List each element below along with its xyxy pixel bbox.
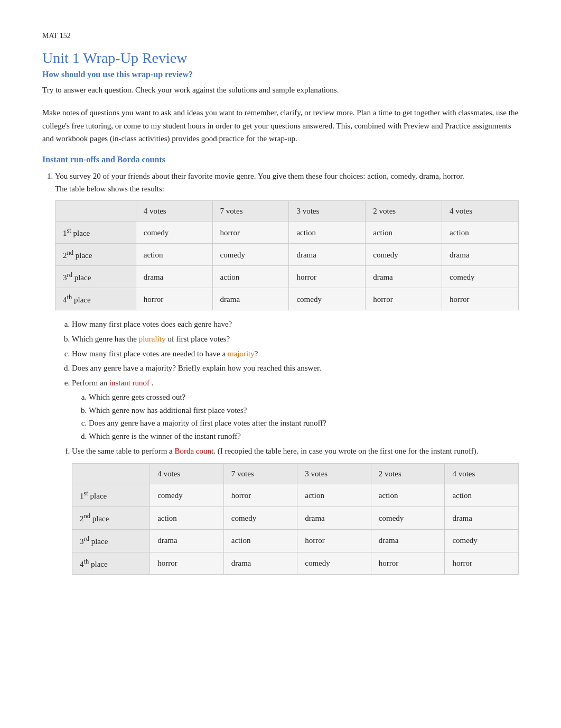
table-cell: drama [297,507,371,530]
question-d: Does any genre have a majority? Briefly … [72,362,519,375]
question-a: How many first place votes does each gen… [72,318,519,331]
table-header-cell: 4 votes [150,463,224,484]
table-cell: comedy [223,507,297,530]
table-header-cell: 2 votes [371,463,445,484]
table-cell: action [442,222,519,244]
table-cell: 2nd place [72,507,150,530]
table-cell: horror [297,529,371,552]
table-cell: comedy [366,244,442,266]
table-cell: comedy [371,507,445,530]
table-header-cell: 2 votes [366,201,442,222]
main-title: Unit 1 Wrap-Up Review [42,50,519,67]
table-cell: 1st place [55,222,136,244]
table-cell: drama [212,288,289,310]
table-cell: action [371,484,445,507]
table-cell: drama [136,266,212,288]
table-cell: action [289,222,366,244]
table-header-cell: 3 votes [297,463,371,484]
plurality-highlight: plurality [139,335,166,343]
table-cell: comedy [289,288,366,310]
table-cell: horror [442,288,519,310]
sub-e-d: Which genre is the winner of the instant… [89,430,519,443]
majority-highlight: majority [228,349,255,358]
table-cell: 3rd place [55,266,136,288]
table-cell: comedy [136,222,212,244]
table-cell: action [150,507,224,530]
table-cell: drama [442,244,519,266]
table-cell: horror [289,266,366,288]
question-list: You survey 20 of your friends about thei… [55,170,519,575]
table-header-cell: 4 votes [136,201,212,222]
table-header-cell: 7 votes [212,201,289,222]
table-cell: comedy [212,244,289,266]
table-row: 3rd placedramaactionhorrordramacomedy [55,266,519,288]
table-row: 3rd placedramaactionhorrordramacomedy [72,529,519,552]
table-cell: comedy [442,266,519,288]
vote-table-1: 4 votes7 votes3 votes2 votes4 votes1st p… [55,200,519,310]
table-cell: action [136,244,212,266]
intro-paragraph-2: Make notes of questions you want to ask … [42,106,519,145]
alpha-questions: How many first place votes does each gen… [72,318,519,575]
sub-e-a: Which genre gets crossed out? [89,391,519,404]
table-header-cell: 4 votes [442,201,519,222]
table-cell: horror [445,552,519,575]
sub-e-b: Which genre now has additional first pla… [89,404,519,417]
table-cell: action [445,484,519,507]
table-cell: drama [223,552,297,575]
table-cell: action [212,266,289,288]
intro-paragraph-1: Try to answer each question. Check your … [42,84,519,97]
table-row: 2nd placeactioncomedydramacomedydrama [55,244,519,266]
question-b: Which genre has the plurality of first p… [72,333,519,346]
table-cell: 1st place [72,484,150,507]
table-cell: horror [366,288,442,310]
instant-runof-highlight: instant runof [109,379,149,387]
table-header-cell: 3 votes [289,201,366,222]
table-cell: comedy [445,529,519,552]
sub-e-list: Which genre gets crossed out? Which genr… [89,391,519,443]
table-cell: horror [212,222,289,244]
table1-note: The table below shows the results: [55,185,164,193]
question1-preamble: You survey 20 of your friends about thei… [55,172,464,180]
question-e: Perform an instant runof . Which genre g… [72,376,519,443]
table-row: 2nd placeactioncomedydramacomedydrama [72,507,519,530]
table-cell: 2nd place [55,244,136,266]
table-cell: horror [150,552,224,575]
table-cell: comedy [150,484,224,507]
borda-count-highlight: Borda count [175,447,214,455]
table-cell: drama [289,244,366,266]
course-label: MAT 152 [42,32,519,40]
table-header-cell [55,201,136,222]
table-row: 1st placecomedyhorroractionactionaction [72,484,519,507]
table-cell: drama [366,266,442,288]
table-header-cell [72,463,150,484]
table-row: 4th placehorrordramacomedyhorrorhorror [55,288,519,310]
table-cell: comedy [297,552,371,575]
table-cell: 4th place [55,288,136,310]
table-cell: drama [371,529,445,552]
sub-e-c: Does any genre have a majority of first … [89,417,519,430]
table-cell: horror [371,552,445,575]
vote-table-2: 4 votes7 votes3 votes2 votes4 votes1st p… [72,463,519,575]
table-cell: horror [223,484,297,507]
table-cell: 4th place [72,552,150,575]
question-c: How many first place votes are needed to… [72,347,519,361]
table-cell: drama [445,507,519,530]
wrap-up-subtitle: How should you use this wrap-up review? [42,70,519,79]
table-cell: drama [150,529,224,552]
table-cell: action [366,222,442,244]
table-cell: action [223,529,297,552]
section1-header: Instant run-offs and Borda counts [42,155,519,164]
table-row: 4th placehorrordramacomedyhorrorhorror [72,552,519,575]
table-cell: horror [136,288,212,310]
table-row: 1st placecomedyhorroractionactionaction [55,222,519,244]
table-cell: 3rd place [72,529,150,552]
table-header-cell: 7 votes [223,463,297,484]
question-f: Use the same table to perform a Borda co… [72,445,519,575]
table-header-cell: 4 votes [445,463,519,484]
table-cell: action [297,484,371,507]
